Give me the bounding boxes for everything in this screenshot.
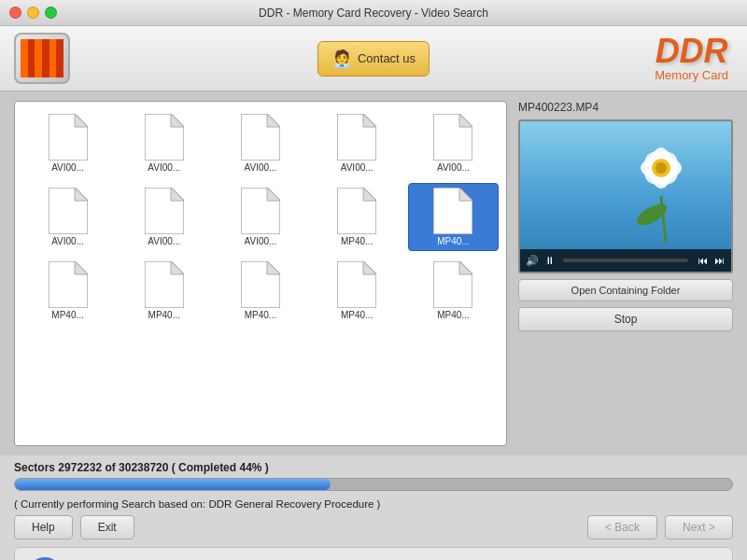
flower-image (572, 131, 722, 252)
svg-marker-19 (459, 188, 472, 201)
file-label: AVI00... (245, 162, 277, 173)
file-label: MP40... (437, 236, 469, 246)
file-item[interactable]: MP40... (312, 183, 402, 251)
file-item[interactable]: AVI00... (22, 109, 113, 177)
progress-section: Sectors 2972232 of 30238720 ( Completed … (14, 455, 733, 495)
svg-point-37 (655, 162, 667, 174)
svg-marker-21 (75, 261, 88, 274)
fastforward-icon[interactable]: ⏭ (712, 255, 726, 266)
file-icon (337, 114, 376, 161)
help-button[interactable]: Help (14, 515, 73, 539)
ddr-brand: DDR Memory Card (655, 35, 728, 82)
file-label: MP40... (148, 310, 180, 320)
file-icon (49, 188, 88, 234)
ddr-text: DDR (655, 35, 728, 68)
file-grid: AVI00... AVI00... AVI00... AVI00... AVI0… (22, 109, 499, 325)
file-icon (433, 261, 472, 308)
volume-icon[interactable]: 🔊 (526, 255, 539, 267)
file-icon (145, 114, 184, 161)
svg-marker-1 (75, 114, 88, 127)
preview-panel: MP400223.MP4 🔊 ⏸ (518, 101, 733, 446)
svg-marker-9 (459, 114, 472, 127)
file-item[interactable]: MP40... (408, 257, 499, 325)
file-item[interactable]: AVI00... (215, 183, 305, 251)
file-label: AVI00... (341, 162, 374, 173)
video-controls: 🔊 ⏸ ⏮ ⏭ (520, 249, 731, 272)
contact-icon: 🧑‍💼 (331, 49, 352, 69)
back-button[interactable]: < Back (587, 515, 657, 539)
file-grid-container[interactable]: AVI00... AVI00... AVI00... AVI00... AVI0… (14, 101, 507, 446)
file-label: MP40... (51, 310, 83, 320)
file-label: AVI00... (148, 236, 180, 246)
video-progress[interactable] (563, 259, 688, 262)
svg-marker-3 (171, 114, 184, 127)
nav-row: Help Exit < Back Next > (14, 515, 733, 539)
contact-label: Contact us (358, 51, 416, 65)
file-label: MP40... (437, 310, 469, 320)
file-icon (337, 261, 376, 308)
file-item[interactable]: AVI00... (408, 109, 499, 177)
logo-checkerboard (21, 39, 63, 78)
file-item[interactable]: AVI00... (312, 109, 402, 177)
stop-button[interactable]: Stop (518, 307, 733, 331)
file-label: AVI00... (51, 162, 84, 173)
file-item[interactable]: AVI00... (119, 183, 209, 251)
file-icon (145, 261, 184, 308)
progress-bar-track (14, 478, 733, 491)
svg-marker-13 (171, 188, 184, 201)
file-label: MP40... (341, 310, 373, 320)
file-item[interactable]: MP40... (119, 257, 209, 325)
svg-marker-29 (459, 261, 472, 274)
file-icon (241, 261, 280, 308)
file-icon (433, 188, 472, 234)
file-icon (49, 114, 88, 161)
app-logo (14, 33, 70, 84)
file-icon (337, 188, 376, 234)
svg-marker-25 (267, 261, 280, 274)
svg-marker-27 (363, 261, 376, 274)
contact-us-button[interactable]: 🧑‍💼 Contact us (317, 41, 430, 77)
file-label: AVI00... (437, 162, 470, 173)
file-item[interactable]: MP40... (22, 257, 113, 325)
file-icon (241, 114, 280, 161)
titlebar: DDR - Memory Card Recovery - Video Searc… (0, 0, 747, 26)
svg-marker-23 (171, 261, 184, 274)
bottom-area: Sectors 2972232 of 30238720 ( Completed … (0, 455, 747, 560)
exit-button[interactable]: Exit (80, 515, 134, 539)
minimize-button[interactable] (27, 7, 39, 19)
svg-marker-5 (267, 114, 280, 127)
main-content: AVI00... AVI00... AVI00... AVI00... AVI0… (0, 91, 747, 455)
ddr-sub: Memory Card (655, 68, 728, 82)
next-button[interactable]: Next > (665, 515, 733, 539)
file-item[interactable]: MP40... (215, 257, 305, 325)
file-label: AVI00... (148, 162, 180, 173)
pause-icon[interactable]: ⏸ (543, 255, 556, 266)
preview-video: 🔊 ⏸ ⏮ ⏭ (518, 119, 733, 273)
open-folder-button[interactable]: Open Containing Folder (518, 279, 733, 301)
close-button[interactable] (9, 7, 21, 19)
file-item[interactable]: MP40... (312, 257, 402, 325)
info-box: 💬 To stop recovery, click on 'Stop' Butt… (14, 547, 733, 560)
file-item[interactable]: AVI00... (119, 109, 209, 177)
svg-marker-11 (75, 188, 88, 201)
svg-marker-17 (363, 188, 376, 201)
maximize-button[interactable] (45, 7, 57, 19)
progress-bar-fill (15, 479, 331, 490)
window-title: DDR - Memory Card Recovery - Video Searc… (259, 7, 488, 20)
file-label: MP40... (341, 236, 373, 246)
toolbar: 🧑‍💼 Contact us DDR Memory Card (0, 26, 747, 91)
status-text: ( Currently performing Search based on: … (14, 498, 733, 510)
file-item[interactable]: MP40... (408, 183, 499, 251)
file-icon (433, 114, 472, 161)
file-label: AVI00... (245, 236, 277, 246)
svg-line-30 (661, 196, 666, 243)
file-label: AVI00... (51, 236, 84, 246)
progress-label: Sectors 2972232 of 30238720 ( Completed … (14, 461, 733, 474)
file-icon (49, 261, 88, 308)
rewind-icon[interactable]: ⏮ (696, 255, 709, 266)
file-item[interactable]: AVI00... (22, 183, 113, 251)
svg-marker-15 (267, 188, 280, 201)
file-icon (145, 188, 184, 234)
file-item[interactable]: AVI00... (215, 109, 305, 177)
titlebar-buttons (9, 7, 57, 19)
